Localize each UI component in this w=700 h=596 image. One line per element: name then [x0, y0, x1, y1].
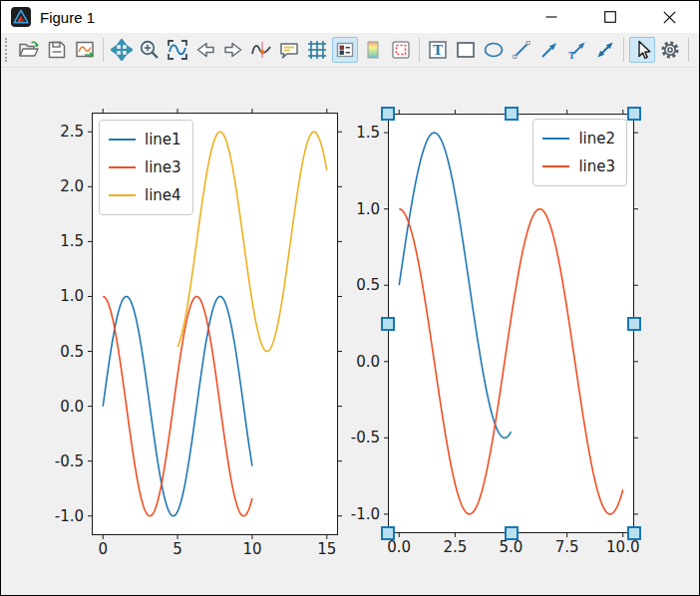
legend-label: line3: [578, 152, 615, 180]
minimize-icon: [545, 11, 557, 23]
open-icon: [18, 39, 40, 61]
x-tick-label: 0.0: [387, 538, 411, 556]
export-figure-icon: [74, 39, 96, 61]
minimize-button[interactable]: [531, 1, 571, 33]
legend-line-sample: [109, 194, 136, 196]
maximize-button[interactable]: [590, 1, 630, 33]
legend-entry: line3: [542, 152, 615, 180]
settings-button[interactable]: [657, 37, 683, 63]
x-tick-label: 5: [173, 540, 182, 558]
settings-icon: [659, 39, 681, 61]
x-tick-label: 7.5: [555, 538, 579, 556]
y-tick-label: 1.0: [356, 200, 380, 218]
y-tick-label: -1.0: [55, 507, 84, 525]
legend-label: line1: [145, 126, 181, 153]
figure-canvas: 051015-1.0-0.50.00.51.01.52.02.5line1lin…: [1, 68, 699, 596]
annotation-button[interactable]: [276, 37, 302, 63]
y-tick-label: -0.5: [351, 429, 380, 447]
legend-button[interactable]: [332, 37, 358, 63]
x-tick-label: 15: [317, 540, 336, 558]
legend-line-sample: [109, 139, 136, 141]
app-icon: [11, 7, 31, 27]
selection-handle[interactable]: [505, 526, 519, 540]
forward-icon: [222, 39, 244, 61]
select-cursor-icon: [631, 39, 653, 61]
save-button[interactable]: [44, 37, 70, 63]
grid-button[interactable]: [304, 37, 330, 63]
autoscale-icon: [167, 39, 188, 61]
x-tick-label: 5.0: [500, 538, 524, 556]
line-icon: [511, 39, 532, 61]
back-button[interactable]: [192, 37, 218, 63]
data-cursor-icon: [250, 39, 272, 61]
arrow-text-button[interactable]: T: [564, 37, 590, 63]
close-button[interactable]: [649, 1, 689, 33]
legend-icon: [334, 39, 356, 61]
rectangle-button[interactable]: [453, 37, 479, 63]
maximize-icon: [604, 11, 616, 23]
selection-rect-icon: [390, 39, 412, 61]
toolbar-drag-handle[interactable]: [5, 38, 11, 62]
selection-handle[interactable]: [627, 526, 641, 540]
legend-entry: line2: [542, 125, 615, 152]
legend-label: line4: [145, 181, 181, 209]
legend-label: line2: [578, 125, 615, 152]
data-cursor-button[interactable]: [248, 37, 274, 63]
rectangle-icon: [455, 39, 477, 61]
y-tick-label: 0.5: [60, 343, 84, 361]
y-tick-label: 2.5: [60, 123, 84, 141]
close-icon: [663, 11, 676, 24]
text-button[interactable]: T: [425, 37, 451, 63]
titlebar[interactable]: Figure 1: [1, 1, 699, 33]
svg-text:T: T: [433, 42, 443, 58]
line-button[interactable]: [509, 37, 534, 63]
toolbar: T: [1, 33, 699, 68]
forward-button[interactable]: [220, 37, 246, 63]
y-tick-label: 1.5: [356, 124, 380, 142]
open-button[interactable]: [16, 37, 42, 63]
double-arrow-button[interactable]: [592, 37, 618, 63]
text-icon: T: [427, 39, 449, 61]
y-tick-label: 0.0: [356, 353, 380, 371]
x-tick-label: 10: [242, 540, 261, 558]
selection-rect-button[interactable]: [388, 37, 414, 63]
zoom-button[interactable]: [137, 37, 163, 63]
select-cursor-button[interactable]: [629, 37, 655, 63]
x-tick-label: 2.5: [443, 538, 467, 556]
arrow-text-icon: T: [566, 39, 588, 61]
y-tick-label: 1.5: [60, 232, 84, 250]
svg-text:T: T: [568, 51, 575, 61]
legend[interactable]: line1line3line4: [99, 120, 193, 215]
colormap-icon: [362, 39, 384, 61]
y-tick-label: -1.0: [351, 505, 380, 523]
selection-handle[interactable]: [381, 107, 395, 121]
autoscale-button[interactable]: [165, 37, 190, 63]
ellipse-icon: [483, 39, 505, 61]
selection-handle[interactable]: [627, 317, 641, 331]
x-tick-label: 10.0: [606, 538, 639, 556]
export-figure-button[interactable]: [72, 37, 98, 63]
selection-handle[interactable]: [381, 526, 395, 540]
legend-line-sample: [542, 138, 569, 140]
axes-left[interactable]: 051015-1.0-0.50.00.51.01.52.02.5line1lin…: [92, 113, 338, 535]
y-tick-label: -0.5: [55, 452, 84, 470]
axes-right[interactable]: 0.02.55.07.510.0-1.0-0.50.00.51.01.5line…: [388, 114, 634, 533]
colormap-button[interactable]: [360, 37, 386, 63]
legend-label: line3: [145, 153, 181, 181]
double-arrow-icon: [594, 39, 616, 61]
arrow-button[interactable]: [536, 37, 562, 63]
pan-icon: [111, 39, 133, 61]
selection-handle[interactable]: [627, 107, 641, 121]
x-tick-label: 0: [98, 540, 108, 558]
y-tick-label: 0.5: [356, 276, 380, 294]
legend[interactable]: line2line3: [532, 119, 627, 186]
toolbar-separator: [419, 38, 420, 62]
ellipse-button[interactable]: [481, 37, 507, 63]
zoom-icon: [139, 39, 161, 61]
selection-handle[interactable]: [505, 107, 519, 121]
save-icon: [46, 39, 68, 61]
selection-handle[interactable]: [381, 317, 395, 331]
pan-button[interactable]: [109, 37, 135, 63]
toolbar-separator: [688, 38, 689, 62]
figure-window: Figure 1: [0, 0, 700, 596]
